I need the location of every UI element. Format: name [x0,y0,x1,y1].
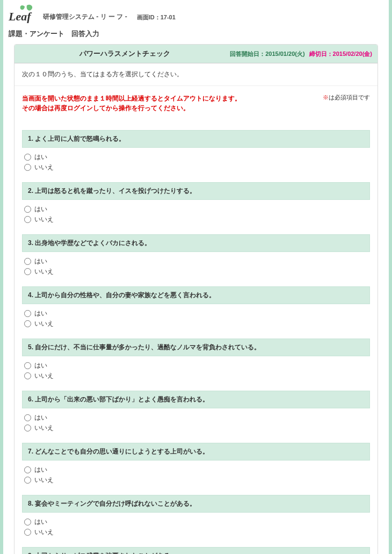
option-label-yes: はい [34,361,47,370]
option-radio-no[interactable] [24,477,31,484]
option-radio-no[interactable] [24,425,31,431]
option-label-yes: はい [34,517,47,527]
option-row: はい [24,256,368,267]
option-label-no: いいえ [34,267,54,276]
option-row: はい [24,465,368,475]
deadline-value: 2015/02/20(金) [333,51,372,57]
question-header: 2. 上司は怒ると机を蹴ったり、イスを投げつけたりする。 [22,182,370,200]
question-block: 8. 宴会やミーティングで自分だけ呼ばれないことがある。はいいいえ [22,495,370,537]
option-label-no: いいえ [34,319,54,328]
option-radio-yes[interactable] [24,154,31,161]
option-radio-yes[interactable] [24,466,31,473]
title-bar: パワーハラスメントチェック 回答開始日：2015/01/20(火) 締切日：20… [14,45,378,63]
instruction-text: 次の１０問のうち、当てはまる方を選択してください。 [14,63,378,86]
start-date-label: 回答開始日： [230,51,265,57]
question-options: はいいいえ [22,304,370,329]
app-frame: Leaf 研修管理システム - リ ー フ - 画面ID：17-01 課題・アン… [0,0,392,554]
option-row: いいえ [24,267,368,277]
option-radio-no[interactable] [24,320,31,327]
question-header: 4. 上司から自分の性格や、自分の妻や家族などを悪く言われる。 [22,286,370,304]
notice-row: 当画面を開いた状態のまま１時間以上経過するとタイムアウトになります。 その場合は… [14,86,378,116]
option-row: はい [24,308,368,319]
option-radio-yes[interactable] [24,414,31,421]
option-radio-no[interactable] [24,268,31,275]
option-row: いいえ [24,423,368,433]
start-date-value: 2015/01/20(火) [265,51,304,57]
option-row: いいえ [24,527,368,537]
question-header: 9. 上司からサービス残業を強要されたことがある。 [22,547,370,554]
question-options: はいいいえ [22,513,370,537]
option-radio-no[interactable] [24,529,31,536]
option-label-no: いいえ [34,476,54,485]
question-block: 3. 出身地や学歴などでよくバカにされる。はいいいえ [22,234,370,277]
question-options: はいいいえ [22,200,370,225]
content-frame: パワーハラスメントチェック 回答開始日：2015/01/20(火) 締切日：20… [14,44,378,554]
page-title: パワーハラスメントチェック [20,49,230,59]
screen-id-label: 画面ID： [137,14,161,20]
question-header: 3. 出身地や学歴などでよくバカにされる。 [22,234,370,252]
system-name: 研修管理システム - リ ー フ - [43,12,127,24]
option-radio-no[interactable] [24,164,31,171]
option-radio-yes[interactable] [24,258,31,265]
option-row: はい [24,517,368,527]
option-radio-yes[interactable] [24,362,31,369]
option-row: はい [24,152,368,162]
question-header: 8. 宴会やミーティングで自分だけ呼ばれないことがある。 [22,495,370,513]
option-label-no: いいえ [34,371,54,380]
option-label-no: いいえ [34,163,54,172]
question-header: 5. 自分にだけ、不当に仕事量が多かったり、過酷なノルマを背負わされている。 [22,339,370,356]
option-radio-no[interactable] [24,216,31,223]
question-block: 9. 上司からサービス残業を強要されたことがある。はいいいえ [22,547,370,554]
question-options: はいいいえ [22,148,370,172]
option-row: いいえ [24,319,368,329]
question-header: 6. 上司から「出来の悪い部下ばかり」とよく愚痴を言われる。 [22,391,370,408]
leaf-logo-icon: Leaf [9,4,39,24]
option-radio-yes[interactable] [24,310,31,317]
option-label-yes: はい [34,465,47,474]
option-label-no: いいえ [34,215,54,224]
question-header: 7. どんなことでも自分の思い通りにしようとする上司がいる。 [22,443,370,461]
option-label-no: いいえ [34,423,54,433]
required-asterisk-icon: ※ [323,94,329,100]
screen-id-value: 17-01 [161,14,176,20]
option-row: いいえ [24,371,368,381]
question-header: 1. よく上司に人前で怒鳴られる。 [22,130,370,148]
option-row: はい [24,204,368,214]
question-block: 6. 上司から「出来の悪い部下ばかり」とよく愚痴を言われる。はいいいえ [22,391,370,433]
option-row: はい [24,361,368,371]
timeout-warning: 当画面を開いた状態のまま１時間以上経過するとタイムアウトになります。 その場合は… [22,93,241,113]
question-list: 1. よく上司に人前で怒鳴られる。はいいいえ2. 上司は怒ると机を蹴ったり、イス… [14,116,378,554]
question-block: 2. 上司は怒ると机を蹴ったり、イスを投げつけたりする。はいいいえ [22,182,370,225]
option-label-yes: はい [34,413,47,422]
option-row: はい [24,413,368,423]
question-block: 5. 自分にだけ、不当に仕事量が多かったり、過酷なノルマを背負わされている。はい… [22,339,370,381]
start-date: 回答開始日：2015/01/20(火) [230,50,304,58]
deadline-label: 締切日： [309,51,333,57]
option-row: いいえ [24,162,368,172]
question-options: はいいいえ [22,356,370,381]
option-radio-no[interactable] [24,372,31,379]
timeout-warning-line2: その場合は再度ログインしてから操作を行ってください。 [22,104,190,112]
required-note-text: は必須項目です [329,94,370,100]
screen-id: 画面ID：17-01 [137,13,176,24]
question-options: はいいいえ [22,252,370,277]
header: Leaf 研修管理システム - リ ー フ - 画面ID：17-01 [3,0,389,26]
deadline: 締切日：2015/02/20(金) [309,50,372,58]
option-label-no: いいえ [34,528,54,537]
option-row: いいえ [24,475,368,485]
option-label-yes: はい [34,257,47,266]
logo-row: Leaf 研修管理システム - リ ー フ - 画面ID：17-01 [9,4,383,24]
option-label-yes: はい [34,205,47,214]
option-label-yes: はい [34,153,47,162]
question-block: 7. どんなことでも自分の思い通りにしようとする上司がいる。はいいいえ [22,443,370,485]
option-radio-yes[interactable] [24,519,31,526]
question-options: はいいいえ [22,408,370,433]
svg-text:Leaf: Leaf [9,10,32,23]
question-block: 1. よく上司に人前で怒鳴られる。はいいいえ [22,130,370,172]
question-block: 4. 上司から自分の性格や、自分の妻や家族などを悪く言われる。はいいいえ [22,286,370,329]
required-note: ※は必須項目です [323,93,370,102]
option-radio-yes[interactable] [24,206,31,213]
question-options: はいいいえ [22,461,370,485]
option-row: いいえ [24,214,368,225]
option-label-yes: はい [34,309,47,318]
